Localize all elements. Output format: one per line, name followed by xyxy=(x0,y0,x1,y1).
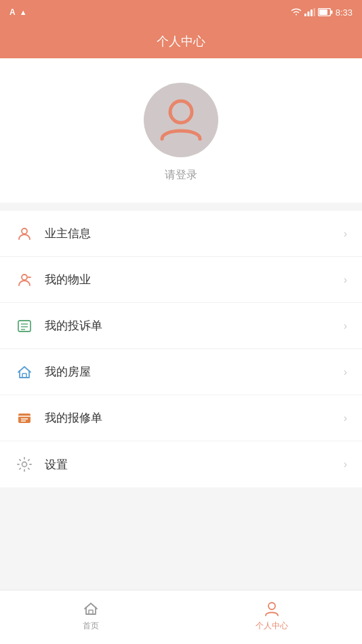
page-title: 个人中心 xyxy=(157,33,205,49)
wifi-icon xyxy=(291,8,302,16)
menu-section: 业主信息 › 我的物业 › 我的投诉单 › xyxy=(0,211,362,487)
sim-icon: ▲ xyxy=(20,8,27,16)
menu-label-settings: 设置 xyxy=(45,457,344,472)
menu-label-my-house: 我的房屋 xyxy=(45,364,344,380)
arrow-icon: › xyxy=(344,366,347,378)
page-header: 个人中心 xyxy=(0,24,362,58)
sim-text: A xyxy=(9,7,16,17)
complaint-icon xyxy=(15,317,34,336)
menu-item-my-repair[interactable]: 我的报修单 › xyxy=(0,395,362,441)
gear-icon xyxy=(15,455,34,474)
signal-icon xyxy=(304,8,315,16)
svg-rect-21 xyxy=(89,610,93,614)
svg-rect-5 xyxy=(319,9,327,15)
repair-icon xyxy=(15,409,34,428)
svg-rect-15 xyxy=(22,374,26,378)
status-bar: A ▲ 8:33 xyxy=(0,0,362,24)
menu-label-my-property: 我的物业 xyxy=(45,272,344,287)
nav-label-profile: 个人中心 xyxy=(256,620,288,632)
profile-section: 请登录 xyxy=(0,58,362,203)
menu-item-settings[interactable]: 设置 › xyxy=(0,441,362,487)
avatar[interactable] xyxy=(144,83,218,157)
svg-rect-6 xyxy=(331,11,333,14)
svg-rect-3 xyxy=(313,8,315,16)
svg-rect-0 xyxy=(304,14,306,16)
svg-point-22 xyxy=(268,603,275,609)
menu-label-owner-info: 业主信息 xyxy=(45,226,344,241)
arrow-icon: › xyxy=(344,228,347,240)
menu-item-owner-info[interactable]: 业主信息 › xyxy=(0,211,362,257)
nav-label-home: 首页 xyxy=(83,620,99,632)
property-icon xyxy=(15,270,34,289)
profile-nav-icon xyxy=(263,600,281,618)
nav-item-home[interactable]: 首页 xyxy=(0,600,181,635)
svg-rect-16 xyxy=(18,414,31,423)
login-prompt[interactable]: 请登录 xyxy=(165,168,197,182)
svg-rect-1 xyxy=(307,12,309,16)
arrow-icon: › xyxy=(344,412,347,424)
status-right-icons: 8:33 xyxy=(291,7,353,18)
home-nav-icon xyxy=(82,600,100,618)
arrow-icon: › xyxy=(344,320,347,332)
svg-rect-2 xyxy=(310,9,313,16)
svg-point-7 xyxy=(170,101,192,123)
arrow-icon: › xyxy=(344,274,347,286)
person-icon xyxy=(15,224,34,243)
svg-point-9 xyxy=(22,275,27,280)
menu-item-my-house[interactable]: 我的房屋 › xyxy=(0,349,362,395)
arrow-icon: › xyxy=(344,458,347,470)
menu-item-my-complaint[interactable]: 我的投诉单 › xyxy=(0,303,362,349)
svg-point-20 xyxy=(22,462,27,467)
nav-item-profile[interactable]: 个人中心 xyxy=(181,600,362,635)
svg-point-8 xyxy=(22,228,27,234)
battery-icon xyxy=(318,8,333,16)
status-left-icons: A ▲ xyxy=(9,7,27,17)
time-display: 8:33 xyxy=(336,7,353,18)
bottom-nav: 首页 个人中心 xyxy=(0,590,362,644)
avatar-icon xyxy=(154,93,208,147)
house-icon xyxy=(15,363,34,382)
menu-label-my-complaint: 我的投诉单 xyxy=(45,318,344,334)
menu-item-my-property[interactable]: 我的物业 › xyxy=(0,257,362,303)
menu-label-my-repair: 我的报修单 xyxy=(45,410,344,426)
